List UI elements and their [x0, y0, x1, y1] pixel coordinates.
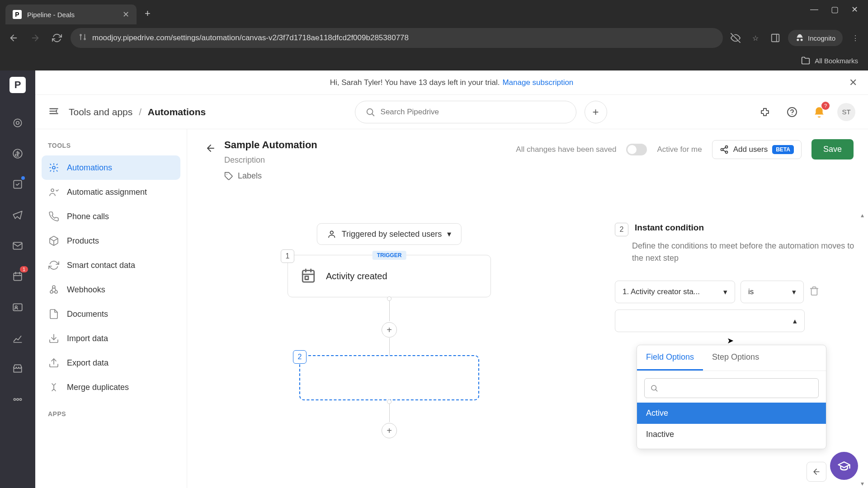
- connector-line: [389, 404, 390, 422]
- svg-line-49: [656, 389, 657, 391]
- window-maximize-icon[interactable]: ▢: [831, 5, 839, 14]
- sidebar-item-import[interactable]: Import data: [42, 326, 180, 351]
- sidebar-toggle-icon[interactable]: [48, 105, 60, 119]
- banner-close-icon[interactable]: ✕: [849, 77, 857, 89]
- nav-reload-button[interactable]: [49, 30, 65, 46]
- scroll-up-icon[interactable]: ▴: [861, 211, 864, 219]
- window-minimize-icon[interactable]: —: [810, 5, 818, 14]
- rail-insights-icon[interactable]: [9, 329, 27, 347]
- beta-badge: BETA: [772, 145, 794, 154]
- rail-mail-icon[interactable]: [9, 237, 27, 255]
- delete-condition-button[interactable]: [809, 286, 821, 298]
- rail-activities-icon[interactable]: 1: [9, 267, 27, 286]
- rail-leads-icon[interactable]: [9, 114, 27, 132]
- site-info-icon[interactable]: [79, 33, 87, 43]
- dropdown-option-active[interactable]: Active: [637, 403, 826, 424]
- scrollbar[interactable]: ▴ ▾: [860, 211, 868, 488]
- rail-projects-icon[interactable]: [9, 175, 27, 193]
- tab-step-options[interactable]: Step Options: [703, 345, 768, 371]
- browser-tab[interactable]: P Pipeline - Deals ✕: [5, 5, 137, 24]
- user-avatar[interactable]: ST: [837, 103, 855, 121]
- user-icon: [327, 230, 336, 239]
- rail-contacts-icon[interactable]: [9, 298, 27, 316]
- add-users-button[interactable]: Add users BETA: [712, 140, 802, 159]
- nav-back-button[interactable]: [5, 30, 22, 46]
- panel-icon[interactable]: [768, 31, 783, 45]
- new-tab-button[interactable]: +: [145, 8, 151, 19]
- add-step-button[interactable]: +: [382, 322, 397, 338]
- automation-labels[interactable]: Labels: [224, 171, 317, 181]
- trigger-users-selector[interactable]: Triggered by selected users ▾: [317, 223, 462, 245]
- rail-marketplace-icon[interactable]: [9, 360, 27, 378]
- svg-point-20: [19, 399, 21, 400]
- tab-close-icon[interactable]: ✕: [123, 9, 129, 19]
- breadcrumb-current: Automations: [148, 107, 206, 117]
- sidebar-item-merge[interactable]: Merge duplicates: [42, 375, 180, 399]
- window-close-icon[interactable]: ✕: [851, 5, 858, 14]
- address-bar[interactable]: moodjoy.pipedrive.com/settings/automatio…: [71, 28, 723, 48]
- automation-description[interactable]: Description: [224, 155, 317, 165]
- sidebar-item-webhooks[interactable]: Webhooks: [42, 277, 180, 302]
- svg-point-28: [52, 166, 55, 169]
- back-button[interactable]: [202, 139, 220, 157]
- breadcrumb-root[interactable]: Tools and apps: [69, 107, 132, 117]
- dropdown-option-inactive[interactable]: Inactive: [637, 424, 826, 445]
- automation-title[interactable]: Sample Automation: [224, 139, 317, 151]
- bookmark-star-icon[interactable]: ☆: [748, 31, 763, 45]
- sidebar-item-assignment[interactable]: Automatic assignment: [42, 180, 180, 204]
- svg-line-40: [723, 150, 726, 151]
- tab-field-options[interactable]: Field Options: [637, 345, 703, 371]
- extensions-icon[interactable]: [756, 103, 774, 121]
- svg-point-31: [50, 291, 53, 293]
- export-icon: [48, 357, 60, 369]
- sidebar-item-automations[interactable]: Automations: [42, 155, 180, 180]
- condition-operator-select[interactable]: is ▾: [741, 281, 804, 303]
- sidebar-item-documents[interactable]: Documents: [42, 302, 180, 326]
- help-icon[interactable]: [783, 103, 801, 121]
- help-fab[interactable]: [830, 452, 858, 480]
- step-1-trigger[interactable]: 1 TRIGGER Activity created: [288, 255, 491, 297]
- search-input[interactable]: [381, 108, 566, 117]
- incognito-indicator[interactable]: Incognito: [788, 30, 843, 46]
- all-bookmarks-button[interactable]: All Bookmarks: [815, 57, 858, 65]
- rail-deals-icon[interactable]: [9, 145, 27, 163]
- trial-banner: Hi, Sarah Tyler! You have 13 days left i…: [35, 70, 868, 95]
- sidebar-heading-apps: APPS: [42, 410, 180, 424]
- panel-back-button[interactable]: [807, 462, 826, 482]
- smart-contact-icon: [48, 259, 60, 271]
- breadcrumb: Tools and apps / Automations: [69, 107, 206, 117]
- manage-subscription-link[interactable]: Manage subscription: [502, 78, 573, 87]
- svg-point-42: [330, 231, 333, 234]
- chevron-up-icon: ▴: [793, 316, 797, 326]
- browser-menu-icon[interactable]: ⋮: [848, 31, 863, 45]
- toggle-label: Active for me: [657, 145, 702, 154]
- rail-campaigns-icon[interactable]: [9, 206, 27, 224]
- svg-point-19: [17, 399, 19, 400]
- save-button[interactable]: Save: [811, 139, 854, 160]
- svg-point-18: [14, 399, 15, 400]
- trigger-badge: TRIGGER: [373, 251, 406, 260]
- dropdown-search[interactable]: [644, 378, 819, 398]
- condition-value-select[interactable]: ▴: [615, 310, 805, 332]
- dropdown-search-input[interactable]: [663, 384, 813, 392]
- quick-add-button[interactable]: +: [585, 101, 607, 123]
- folder-icon: [801, 56, 810, 65]
- condition-field-select[interactable]: 1. Activity creator sta... ▾: [615, 281, 735, 303]
- saved-status: All changes have been saved: [516, 145, 616, 154]
- scroll-down-icon[interactable]: ▾: [861, 480, 864, 487]
- connector-line: [389, 338, 390, 355]
- sidebar-item-phone[interactable]: Phone calls: [42, 204, 180, 229]
- add-step-button[interactable]: +: [382, 423, 397, 438]
- notifications-icon[interactable]: ?: [810, 103, 828, 121]
- global-search[interactable]: [355, 101, 576, 123]
- automation-canvas[interactable]: ▴ ▾ Triggered by selected users ▾ 1 TRIG…: [187, 211, 868, 488]
- step-2-placeholder[interactable]: 2: [299, 355, 479, 400]
- rail-more-icon[interactable]: [9, 390, 27, 408]
- app-logo[interactable]: P: [9, 77, 26, 93]
- sidebar-item-export[interactable]: Export data: [42, 351, 180, 375]
- sidebar-item-smart-contact[interactable]: Smart contact data: [42, 253, 180, 277]
- svg-rect-47: [305, 276, 308, 279]
- sidebar-item-products[interactable]: Products: [42, 229, 180, 253]
- active-toggle[interactable]: [626, 144, 647, 155]
- eye-off-icon[interactable]: [728, 31, 743, 45]
